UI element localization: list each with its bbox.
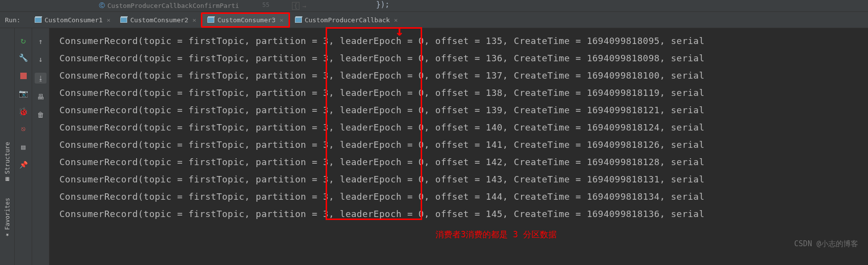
pin-icon[interactable]: 📌 xyxy=(19,160,28,169)
console-line: ConsumerRecord(topic = firstTopic, parti… xyxy=(59,84,868,101)
run-label: Run: xyxy=(0,16,30,24)
console-output[interactable]: ConsumerRecord(topic = firstTopic, parti… xyxy=(49,28,868,265)
console-line: ConsumerRecord(topic = firstTopic, parti… xyxy=(59,101,868,119)
star-icon: ★ xyxy=(4,232,11,239)
line-number: 55 xyxy=(262,1,269,8)
scroll-to-end-icon[interactable]: ⭳ xyxy=(35,73,47,84)
console-line: ConsumerRecord(topic = firstTopic, parti… xyxy=(59,171,868,188)
editor-file-tab-bar: Ⓒ CustomProducerCallbackConfirmParti xyxy=(0,0,868,12)
left-tool-sidebar: ▦ Structure ★ Favorites xyxy=(0,28,15,265)
console-line: ConsumerRecord(topic = firstTopic, parti… xyxy=(59,188,868,205)
camera-icon[interactable]: 📷 xyxy=(19,89,28,98)
console-line: ConsumerRecord(topic = firstTopic, parti… xyxy=(59,136,868,153)
structure-icon: ▦ xyxy=(4,176,11,183)
rerun-icon[interactable]: ↻ xyxy=(19,36,28,44)
run-toolbar-secondary: ↑ ↓ ⭳ 🖶 🗑 xyxy=(32,28,49,265)
arrow-icon: → xyxy=(302,2,306,10)
run-config-icon xyxy=(120,17,127,23)
tab-label: CustomConsumer3 xyxy=(217,16,275,24)
tab-customconsumer2[interactable]: CustomConsumer2 × xyxy=(115,12,201,28)
tab-customconsumer1[interactable]: CustomConsumer1 × xyxy=(30,12,115,28)
console-line: ConsumerRecord(topic = firstTopic, parti… xyxy=(59,32,868,49)
brace-icon: { xyxy=(292,2,299,10)
close-icon[interactable]: × xyxy=(394,16,398,24)
class-icon: Ⓒ xyxy=(99,1,105,10)
console-line: ConsumerRecord(topic = firstTopic, parti… xyxy=(59,205,868,222)
arrow-down-icon[interactable]: ↓ xyxy=(36,55,45,64)
stop-icon xyxy=(20,73,27,79)
code-snippet: { → xyxy=(292,2,306,10)
tab-label: CustomConsumer2 xyxy=(130,16,188,24)
close-icon[interactable]: × xyxy=(280,16,284,24)
close-icon[interactable]: × xyxy=(193,16,196,24)
run-config-icon xyxy=(295,17,302,23)
console-line: ConsumerRecord(topic = firstTopic, parti… xyxy=(59,153,868,171)
tab-label: CustomConsumer1 xyxy=(45,16,102,24)
console-line: ConsumerRecord(topic = firstTopic, parti… xyxy=(59,119,868,136)
run-config-icon xyxy=(207,17,214,23)
close-icon[interactable]: × xyxy=(106,16,110,24)
arrow-up-icon[interactable]: ↑ xyxy=(36,37,45,46)
run-tab-bar: Run: CustomConsumer1 × CustomConsumer2 ×… xyxy=(0,12,868,28)
structure-tool-button[interactable]: ▦ Structure xyxy=(4,142,11,183)
console-line: ConsumerRecord(topic = firstTopic, parti… xyxy=(59,67,868,84)
file-name: CustomProducerCallbackConfirmParti xyxy=(107,2,239,9)
console-line: ConsumerRecord(topic = firstTopic, parti… xyxy=(59,49,868,67)
favorites-tool-button[interactable]: ★ Favorites xyxy=(4,198,11,239)
tab-customconsumer3[interactable]: CustomConsumer3 × xyxy=(201,12,289,28)
tab-label: CustomProducerCallback xyxy=(305,16,390,24)
print-icon[interactable]: 🖶 xyxy=(36,92,45,101)
tab-customproducercallback[interactable]: CustomProducerCallback × xyxy=(290,12,403,28)
run-toolbar-primary: ↻ 🔧 📷 🐞 ⎋ ▤ 📌 xyxy=(15,28,32,265)
trash-icon[interactable]: 🗑 xyxy=(36,110,45,119)
wrench-icon[interactable]: 🔧 xyxy=(19,53,28,62)
code-snippet-paren: }); xyxy=(376,0,389,9)
exit-icon[interactable]: ⎋ xyxy=(19,125,28,133)
layout-icon[interactable]: ▤ xyxy=(19,142,28,151)
stop-button[interactable] xyxy=(19,71,28,80)
bug-icon[interactable]: 🐞 xyxy=(19,107,28,116)
run-config-icon xyxy=(35,17,42,23)
